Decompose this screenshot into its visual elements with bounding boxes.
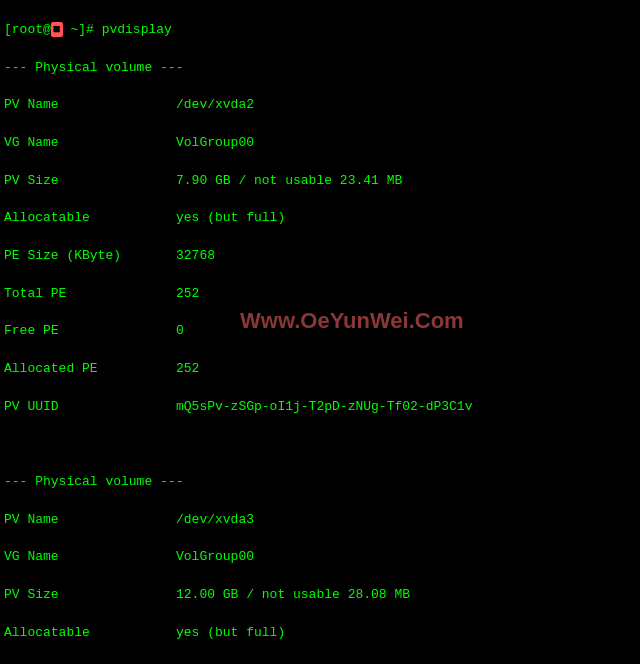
pv1-pv-name: PV Name/dev/xvda2 [4, 96, 636, 115]
terminal: [root@■ ~]# pvdisplay --- Physical volum… [0, 0, 640, 664]
pv1-vg-name: VG NameVolGroup00 [4, 134, 636, 153]
blank1 [4, 435, 636, 454]
pv2-pv-name: PV Name/dev/xvda3 [4, 511, 636, 530]
pv1-allocated-pe: Allocated PE252 [4, 360, 636, 379]
pv1-header: --- Physical volume --- [4, 59, 636, 78]
command-line-1: [root@■ ~]# pvdisplay [4, 21, 636, 40]
pv1-total-pe: Total PE252 [4, 285, 636, 304]
prompt-user-1: [root@■ ~]# [4, 22, 102, 37]
pv2-allocatable: Allocatableyes (but full) [4, 624, 636, 643]
pv2-vg-name: VG NameVolGroup00 [4, 548, 636, 567]
pv2-pv-size: PV Size12.00 GB / not usable 28.08 MB [4, 586, 636, 605]
command-1: pvdisplay [102, 22, 172, 37]
pv1-free-pe: Free PE0 [4, 322, 636, 341]
pv1-pe-size: PE Size (KByte)32768 [4, 247, 636, 266]
pv1-pv-size: PV Size7.90 GB / not usable 23.41 MB [4, 172, 636, 191]
pv1-pv-uuid: PV UUIDmQ5sPv-zSGp-oI1j-T2pD-zNUg-Tf02-d… [4, 398, 636, 417]
pv1-allocatable: Allocatableyes (but full) [4, 209, 636, 228]
pv2-header: --- Physical volume --- [4, 473, 636, 492]
